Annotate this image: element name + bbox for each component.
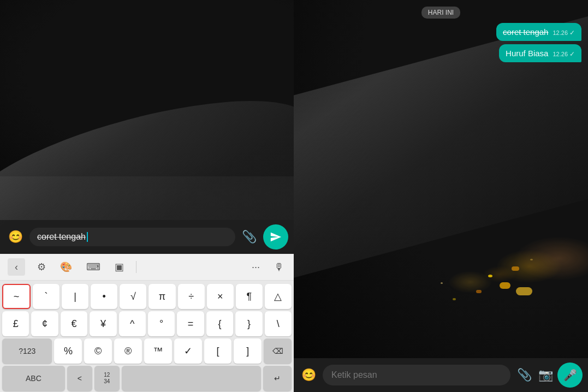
more-icon: ··· [252,262,260,273]
key-multiply[interactable]: × [207,284,234,309]
key-less-than[interactable]: < [67,366,92,391]
message-text-1: coret tengah [503,27,548,37]
key-numbers-alt[interactable]: 1234 [94,366,120,391]
keyboard-toolbar: ‹ ⚙ 🎨 ⌨ ▣ ··· 🎙 [0,254,294,281]
send-icon [270,231,282,243]
date-badge: HARI INI [421,7,460,19]
key-bullet[interactable]: • [91,284,117,309]
image-icon: ▣ [115,261,124,273]
attach-icon-right: 📎 [517,368,532,382]
keyboard-back-button[interactable]: ‹ [8,258,25,276]
key-open-brace[interactable]: { [206,311,233,336]
send-button[interactable] [263,224,288,250]
message-time-2: 12.26 [553,51,568,57]
key-close-bracket[interactable]: ] [234,338,262,364]
keyboard-more-button[interactable]: ··· [250,259,262,275]
gear-icon: ⚙ [37,261,46,273]
cursor [87,232,88,242]
key-pound[interactable]: £ [2,311,29,336]
key-backslash[interactable]: \ [265,311,292,336]
right-input-placeholder: Ketik pesan [331,370,377,380]
attach-button-right[interactable]: 📎 [515,366,534,384]
input-bar-left: 😊 coret tengah 📎 [0,220,294,254]
key-backtick[interactable]: ` [33,284,60,309]
message-meta-1: 12.26 ✓ [553,29,575,37]
keyboard-palette-button[interactable]: 🎨 [58,259,74,275]
key-percent[interactable]: % [54,338,82,364]
keyboard-mic-button[interactable]: 🎙 [272,259,286,275]
message-meta-2: 12.26 ✓ [553,50,575,58]
toolbar-separator [136,261,136,273]
text-input-content: coret tengah [37,232,228,242]
right-input-bar: 😊 Ketik pesan 📎 📷 🎤 [294,358,588,392]
key-open-bracket[interactable]: [ [204,338,232,364]
mic-icon-right: 🎤 [563,369,577,382]
key-enter[interactable]: ↵ [263,366,292,391]
message-bubble-1: coret tengah 12.26 ✓ [496,23,581,41]
emoji-icon-right: 😊 [301,368,316,382]
key-equals[interactable]: = [177,311,204,336]
key-123[interactable]: ?123 [2,338,52,364]
mic-button-right[interactable]: 🎤 [557,363,583,388]
key-abc[interactable]: ABC [2,366,65,391]
key-checkmark[interactable]: ✓ [174,338,202,364]
text-input-wrap[interactable]: coret tengah [29,228,235,247]
keyboard-image-button[interactable]: ▣ [112,259,126,275]
key-euro[interactable]: € [61,311,87,336]
strikethrough-text: coret tengah [37,232,86,241]
back-chevron-icon: ‹ [15,262,18,273]
key-row-1: ~ ` | • √ π ÷ × ¶ △ [0,283,294,310]
mic-icon: 🎙 [274,262,284,273]
key-registered[interactable]: ® [114,338,142,364]
key-close-brace[interactable]: } [235,311,262,336]
key-pi[interactable]: π [149,284,175,309]
message-time-1: 12.26 [553,29,568,36]
key-yen[interactable]: ¥ [90,311,116,336]
key-row-4: ABC < 1234 ↵ [0,365,294,392]
camera-button[interactable]: 📷 [538,368,553,382]
key-row-3: ?123 % © ® ™ ✓ [ ] ⌫ [0,337,294,365]
keyboard-keyboard-button[interactable]: ⌨ [84,259,103,275]
attach-icon: 📎 [242,230,257,243]
right-panel: HARI INI coret tengah 12.26 ✓ Huruf Bias… [294,0,588,392]
key-caret[interactable]: ^ [119,311,146,336]
key-cent[interactable]: ¢ [31,311,58,336]
check-icon-1: ✓ [569,29,575,37]
emoji-button-right[interactable]: 😊 [299,366,318,384]
emoji-button-left[interactable]: 😊 [5,227,25,247]
key-row-2: £ ¢ € ¥ ^ ° = { } \ [0,310,294,337]
palette-icon: 🎨 [60,261,72,273]
message-text-2: Huruf Biasa [506,49,548,58]
key-pipe[interactable]: | [62,284,88,309]
key-tilde[interactable]: ~ [2,284,31,309]
key-backspace[interactable]: ⌫ [264,338,292,364]
key-sqrt[interactable]: √ [120,284,146,309]
keyboard-settings-button[interactable]: ⚙ [35,259,48,275]
key-space[interactable] [122,366,261,391]
key-divide[interactable]: ÷ [178,284,205,309]
key-pilcrow[interactable]: ¶ [236,284,263,309]
keyboard-icon: ⌨ [86,261,100,273]
key-trademark[interactable]: ™ [144,338,172,364]
right-input-wrap[interactable]: Ketik pesan [323,365,510,385]
key-degree[interactable]: ° [148,311,175,336]
key-triangle[interactable]: △ [265,284,292,309]
left-panel: 😊 coret tengah 📎 ‹ ⚙ [0,0,294,392]
keyboard-area: ~ ` | • √ π ÷ × ¶ △ £ ¢ € ¥ ^ ° = { [0,281,294,392]
message-bubble-2: Huruf Biasa 12.26 ✓ [499,44,581,62]
date-badge-wrap: HARI INI [294,0,588,23]
chat-area-left [0,0,294,220]
attach-button[interactable]: 📎 [240,228,259,246]
messages-area: coret tengah 12.26 ✓ Huruf Biasa 12.26 ✓ [294,23,588,191]
check-icon-2: ✓ [569,50,575,58]
key-copyright[interactable]: © [84,338,112,364]
spacer-right [294,191,588,358]
emoji-icon-left: 😊 [8,230,23,244]
camera-icon: 📷 [538,368,553,382]
